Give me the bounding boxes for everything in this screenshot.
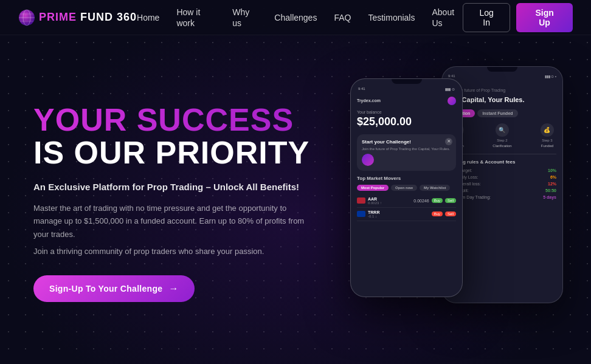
front-phone-screen: Trydex.com Your balance $25,000.00 ✕ Sta… [351,93,462,225]
hero-subtitle: An Exclusive Platform for Prop Trading –… [33,182,350,192]
hero-description: Master the art of trading with no time p… [33,202,313,241]
step-2-label: Step 2 [497,139,507,142]
market-trrr-info: TRRR -0.1 ↓ [368,210,379,218]
nav-faq[interactable]: FAQ [334,13,351,22]
step-3: 💰 Step 3 Funded [541,123,554,148]
rule-profit-split: Profit Split: 50:50 [448,188,556,193]
market-trrr-left: TRRR -0.1 ↓ [357,210,432,218]
front-avatar [448,97,456,105]
nav-about-us[interactable]: About Us [432,7,454,28]
cta-label: Sign-Up To Your Challenge [49,284,162,294]
login-button[interactable]: Log In [463,3,510,32]
nav-why-us[interactable]: Why us [232,7,249,28]
rule-max-daily: Max Daily Loss: 6% [448,175,556,179]
market-row-trrr: TRRR -0.1 ↓ Buy Sell [357,208,456,221]
hero-join-text: Join a thriving community of prop trader… [33,247,350,256]
market-trrr-change: -0.1 ↓ [368,215,379,218]
market-aar-flag [357,197,365,204]
back-phone-steps: 📋 Step 1 Audition 🔍 Step 2 Clarification… [448,123,556,148]
logo-globe-icon [18,9,35,26]
nav-home[interactable]: Home [137,13,159,22]
front-tab-open[interactable]: Open now [391,185,417,191]
logo[interactable]: PRIMEFUND 360 [18,9,137,26]
hero-section: YOUR SUCCESS IS OUR PRIORITY An Exclusiv… [0,35,591,364]
front-balance-label: Your balance [357,110,456,114]
front-card-close[interactable]: ✕ [445,138,452,145]
market-aar-left: AAR 0.0023 ↑ [357,197,413,205]
step-2: 🔍 Step 2 Clarification [493,123,511,148]
front-tabs-row: Most Popular Open now My Watchlist [357,185,456,191]
step-2-title: Clarification [493,144,511,148]
market-trrr-buy-badge: Buy [432,211,443,216]
step-2-icon: 🔍 [496,123,509,137]
nav-actions: Log In Sign Up [463,3,573,32]
cta-arrow-icon: → [168,283,178,294]
hero-left: YOUR SUCCESS IS OUR PRIORITY An Exclusiv… [33,97,350,303]
step-3-label: Step 3 [542,139,552,142]
back-phone-tabs: Audition Instant Funded [448,109,556,117]
logo-prime: PRIME [39,11,77,24]
back-phone-divider [448,154,556,154]
front-phone-statusbar: 9:41 ▮▮▮ ⊙ [351,84,462,93]
back-phone-status-icons: ▮▮▮ ⊙ ▪ [545,74,556,78]
step-3-icon: 💰 [541,123,554,137]
hero-title-line2: IS OUR PRIORITY [33,136,350,170]
front-phone-topbar: Trydex.com [357,97,456,105]
market-aar-symbol: AAR [368,197,382,201]
market-aar-change: 0.0023 ↑ [368,201,382,205]
navbar: PRIMEFUND 360 Home How it work Why us Ch… [0,0,591,35]
phone-front-notch [392,79,422,84]
front-tab-popular[interactable]: Most Popular [357,185,389,191]
front-card-title: Start your Challenge! [362,139,451,145]
hero-title-line1: YOUR SUCCESS [33,103,350,137]
step-3-title: Funded [541,144,553,148]
market-row-aar: AAR 0.0023 ↑ 0.00246 Buy Sell [357,194,456,208]
market-aar-sell-badge: Sell [445,198,456,203]
phone-container: 9:41 ▮▮▮ ⊙ ▪ Join the future of Prop Tra… [356,54,551,346]
back-phone-title: Our Capital, Your Rules. [448,96,556,103]
front-balance-value: $25,000.00 [357,115,456,128]
signup-button[interactable]: Sign Up [516,3,573,32]
back-phone-rules-title: Trading rules & Account fees [448,159,556,165]
nav-challenges[interactable]: Challenges [274,13,317,22]
phone-back-notch [487,67,517,72]
front-phone-time: 9:41 [358,87,365,91]
market-trrr-symbol: TRRR [368,210,379,215]
front-movers-title: Top Market Movers [357,176,456,181]
market-aar-price: 0.00246 [413,199,429,203]
rule-min-day: Minimum Day Trading: 5 days [448,195,556,199]
front-card-avatar [362,154,374,166]
hero-right: 9:41 ▮▮▮ ⊙ ▪ Join the future of Prop Tra… [350,35,558,364]
front-phone-signal: ▮▮▮ ⊙ [445,87,455,91]
back-phone-time: 9:41 [448,74,455,78]
rule-max-overall: Max Overall loss: 12% [448,182,556,186]
back-phone-header: Join the future of Prop Trading [448,88,556,92]
nav-how-it-work[interactable]: How it work [176,7,200,28]
nav-links: Home How it work Why us Challenges FAQ T… [137,7,463,29]
cta-challenge-button[interactable]: Sign-Up To Your Challenge → [33,275,195,302]
market-aar-right: 0.00246 Buy Sell [413,198,456,203]
market-trrr-sell-badge: Sell [445,211,456,216]
rule-profit-target: Profit Target: 10% [448,168,556,173]
nav-testimonials[interactable]: Testimonials [368,13,415,22]
logo-fund: FUND [80,11,113,24]
front-site-name: Trydex.com [357,98,381,103]
front-challenge-card[interactable]: ✕ Start your Challenge! Join the future … [357,134,456,171]
market-aar-buy-badge: Buy [432,198,443,203]
market-aar-info: AAR 0.0023 ↑ [368,197,382,205]
front-tab-watchlist[interactable]: My Watchlist [420,185,450,191]
phone-front: 9:41 ▮▮▮ ⊙ Trydex.com Your balance $25,0… [350,78,463,297]
front-avatar-row [448,97,456,105]
market-trrr-right: Buy Sell [432,211,456,216]
back-tab-instant[interactable]: Instant Funded [477,109,517,117]
front-card-desc: Join the future of Prop Trading the Capi… [362,146,451,151]
market-trrr-flag [357,211,365,217]
logo-360: 360 [117,11,137,24]
back-phone-rules: Profit Target: 10% Max Daily Loss: 6% Ma… [448,168,556,199]
